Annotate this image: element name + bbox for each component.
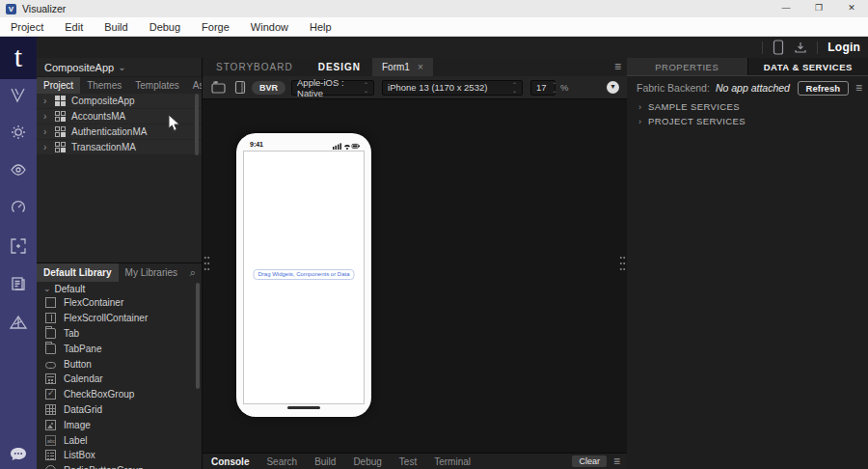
tab-design[interactable]: DESIGN: [307, 58, 372, 76]
menu-debug[interactable]: Debug: [139, 17, 191, 37]
refresh-button[interactable]: Refresh: [798, 81, 849, 96]
library-search-input[interactable]: ⌕: [190, 263, 202, 282]
notes-document-icon[interactable]: [0, 271, 37, 296]
project-panel-tabs: Project Themes Templates Assets ⌕ ≡: [37, 76, 202, 94]
menu-icon[interactable]: ≡: [849, 81, 862, 95]
widget-tabpane[interactable]: TabPane: [37, 341, 202, 356]
right-splitter-handle[interactable]: [619, 255, 626, 272]
chevron-right-icon[interactable]: ›: [43, 142, 49, 152]
visualizer-home-icon[interactable]: [0, 83, 37, 108]
tab-my-libraries[interactable]: My Libraries: [119, 263, 184, 282]
app-selector-label: CompositeApp: [44, 62, 114, 73]
tab-themes[interactable]: Themes: [80, 77, 128, 94]
design-canvas[interactable]: 9:41 Drag Widgets, Components or Data: [203, 99, 627, 454]
mouse-cursor: [168, 114, 181, 133]
performance-gauge-icon[interactable]: [0, 195, 37, 220]
project-tree-scrollbar[interactable]: [195, 94, 199, 155]
widget-image[interactable]: Image: [37, 417, 202, 432]
tab-form1[interactable]: Form1 ×: [372, 58, 433, 76]
feedback-chat-icon[interactable]: [0, 442, 37, 467]
storyboard-add-icon[interactable]: [210, 80, 228, 95]
radiobutton-icon: [45, 465, 56, 469]
download-icon[interactable]: [794, 41, 807, 54]
menu-window[interactable]: Window: [240, 17, 299, 37]
chevron-right-icon[interactable]: ›: [638, 102, 641, 112]
tab-search[interactable]: Search: [258, 454, 306, 469]
device-preview-icon[interactable]: [773, 40, 784, 55]
tree-item-transactionma[interactable]: › TransactionMA: [37, 140, 202, 154]
canvas-frame-icon[interactable]: [0, 234, 37, 259]
app-logo-icon: V: [6, 4, 16, 14]
login-button[interactable]: Login: [827, 41, 860, 54]
tab-project[interactable]: Project: [37, 77, 80, 94]
menu-edit[interactable]: Edit: [54, 17, 94, 37]
widget-label[interactable]: Label: [37, 432, 202, 448]
tab-properties[interactable]: PROPERTIES: [627, 58, 748, 75]
widget-tab[interactable]: Tab: [37, 326, 202, 342]
chevron-right-icon[interactable]: ›: [43, 111, 49, 122]
collapse-toolbar-icon[interactable]: ▾: [607, 81, 619, 94]
close-tab-icon[interactable]: ×: [418, 62, 423, 72]
restore-button[interactable]: ❐: [802, 0, 835, 17]
section-project-services[interactable]: › PROJECT SERVICES: [627, 114, 868, 128]
fabric-backend-value: No app attached: [716, 82, 790, 94]
titlebar: V Visualizer — ❐ ✕: [0, 0, 868, 17]
listbox-icon: [45, 450, 56, 460]
bvr-button[interactable]: BVR: [252, 81, 285, 95]
preview-eye-icon[interactable]: [0, 157, 37, 182]
chevron-right-icon[interactable]: ›: [43, 96, 49, 106]
tab-assets[interactable]: Assets: [186, 77, 203, 94]
header-divider: [817, 41, 818, 54]
left-rail: t: [0, 37, 37, 469]
home-indicator: [287, 406, 320, 409]
tab-test[interactable]: Test: [391, 454, 425, 469]
tab-default-library[interactable]: Default Library: [37, 263, 119, 282]
visualizer-window: V Visualizer — ❐ ✕ Project Edit Build De…: [0, 0, 868, 469]
section-sample-services[interactable]: › SAMPLE SERVICES: [627, 99, 868, 114]
zoom-input[interactable]: 17 ⌃⌄: [530, 80, 556, 96]
close-button[interactable]: ✕: [835, 0, 868, 17]
library-scrollbar[interactable]: [196, 283, 200, 389]
app-selector[interactable]: CompositeApp ⌄: [37, 58, 202, 76]
tab-data-services[interactable]: DATA & SERVICES: [748, 58, 868, 75]
design-toolbar: BVR Apple-iOS : Native ⌃⌄ iPhone 13 (117…: [203, 76, 627, 99]
app-grid-icon: [55, 96, 66, 106]
tab-console[interactable]: Console: [203, 454, 258, 469]
drag-hint: Drag Widgets, Components or Data: [253, 269, 354, 280]
widget-radiobuttongroup[interactable]: RadioButtonGroup: [37, 463, 202, 469]
tab-templates[interactable]: Templates: [128, 77, 186, 94]
tab-build[interactable]: Build: [306, 454, 344, 469]
menu-build[interactable]: Build: [94, 17, 138, 37]
widget-checkboxgroup[interactable]: CheckBoxGroup: [37, 387, 202, 402]
temenos-logo-icon[interactable]: t: [0, 37, 37, 79]
minimize-button[interactable]: —: [770, 0, 802, 17]
library-group-default[interactable]: ⌄ Default: [37, 282, 202, 295]
menu-help[interactable]: Help: [299, 17, 342, 37]
widget-calendar[interactable]: Calendar: [37, 372, 202, 387]
device-orientation-icon[interactable]: [234, 80, 246, 95]
device-dropdown[interactable]: iPhone 13 (1170 x 2532) ⌃⌄: [382, 80, 523, 96]
platform-dropdown[interactable]: Apple-iOS : Native ⌃⌄: [291, 80, 374, 96]
widget-datagrid[interactable]: DataGrid: [37, 402, 202, 418]
stepper-arrows-icon: ⌃⌄: [358, 82, 368, 94]
widget-flexcontainer[interactable]: FlexContainer: [37, 295, 202, 311]
chevron-right-icon[interactable]: ›: [638, 117, 641, 126]
left-splitter-handle[interactable]: [203, 255, 210, 272]
tab-debug[interactable]: Debug: [344, 454, 390, 469]
widget-button[interactable]: Button: [37, 356, 202, 372]
menu-icon[interactable]: ≡: [614, 58, 627, 76]
tree-item-compositeapp[interactable]: › CompositeApp: [37, 94, 202, 108]
tab-storyboard[interactable]: STORYBOARD: [203, 58, 307, 76]
module-grid-icon: [55, 111, 66, 122]
chevron-right-icon[interactable]: ›: [43, 126, 49, 137]
menu-icon[interactable]: ≡: [607, 455, 627, 468]
publish-prism-icon[interactable]: [0, 310, 37, 335]
tab-terminal[interactable]: Terminal: [425, 454, 479, 469]
menu-project[interactable]: Project: [0, 17, 54, 37]
clear-button[interactable]: Clear: [572, 455, 607, 467]
menu-forge[interactable]: Forge: [191, 17, 240, 37]
widget-flexscrollcontainer[interactable]: FlexScrollContainer: [37, 311, 202, 326]
settings-gear-icon[interactable]: [0, 120, 37, 145]
widget-listbox[interactable]: ListBox: [37, 448, 202, 463]
app-header: Login: [37, 37, 868, 58]
